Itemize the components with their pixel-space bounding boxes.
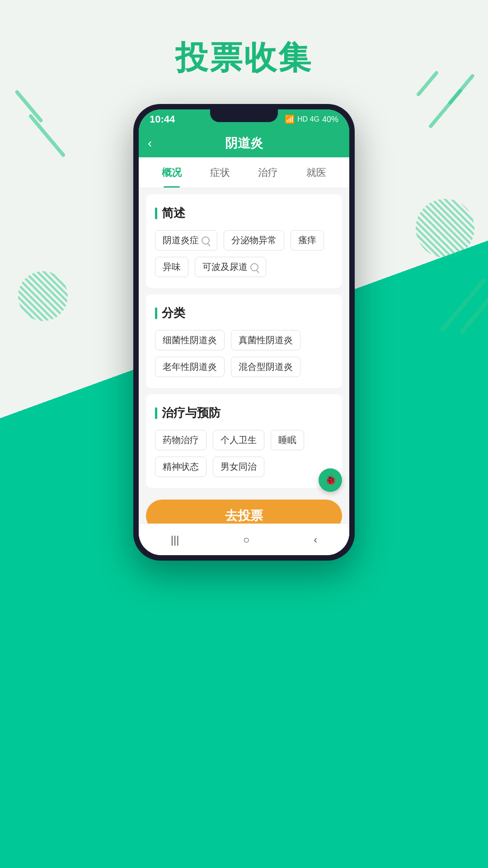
tab-visit[interactable]: 就医 [292,157,341,188]
section-fenlei: 分类 细菌性阴道炎 真菌性阴道炎 老年性阴道炎 混合型阴道炎 [146,294,342,388]
status-icons: 📶 HD 4G 40% [285,114,338,124]
section-jianshu-title: 简述 [155,205,333,221]
tag-nannv[interactable]: 男女同治 [213,457,264,477]
bottom-nav-home[interactable]: ○ [243,533,250,546]
phone-frame: 10:44 📶 HD 4G 40% ‹ 阴道炎 概况 症状 [133,104,355,561]
section-fenlei-tags: 细菌性阴道炎 真菌性阴道炎 老年性阴道炎 混合型阴道炎 [155,330,333,377]
section-fenlei-title: 分类 [155,305,333,321]
page-title: 投票收集 [175,36,313,80]
tag-xijun[interactable]: 细菌性阴道炎 [155,330,225,350]
tag-saoyang[interactable]: 瘙痒 [291,230,324,250]
tag-hunhe[interactable]: 混合型阴道炎 [231,357,300,377]
tag-shuimian[interactable]: 睡眠 [271,430,304,450]
float-icon: 🐞 [324,474,337,486]
tag-yindaoyanzheng[interactable]: 阴道炎症 [155,230,217,250]
battery-icon: 40% [322,115,338,124]
tag-niudao[interactable]: 可波及尿道 [195,257,266,277]
back-button[interactable]: ‹ [148,136,152,151]
phone-notch [210,109,278,122]
search-icon [202,236,210,245]
status-time: 10:44 [150,113,175,125]
bottom-nav-back[interactable]: ||| [171,533,179,546]
tag-jingshen[interactable]: 精神状态 [155,457,206,477]
nav-bar: ‹ 阴道炎 [139,129,349,157]
tag-zhenjun[interactable]: 真菌性阴道炎 [231,330,300,350]
tab-symptoms[interactable]: 症状 [196,157,244,188]
bottom-nav-bar: ||| ○ ‹ [139,524,349,555]
content-area: 简述 阴道炎症 分泌物异常 瘙痒 [139,188,349,524]
section-jianshu: 简述 阴道炎症 分泌物异常 瘙痒 [146,194,342,288]
section-zhiliao-title: 治疗与预防 [155,405,333,421]
tag-laonian[interactable]: 老年性阴道炎 [155,357,225,377]
wifi-icon: 📶 [285,114,295,124]
vote-btn-container: 去投票 [139,494,349,524]
phone-screen: 10:44 📶 HD 4G 40% ‹ 阴道炎 概况 症状 [139,109,349,555]
section-jianshu-tags: 阴道炎症 分泌物异常 瘙痒 异味 可波及尿道 [155,230,333,277]
tab-overview[interactable]: 概况 [148,157,196,188]
tag-fenmiyu[interactable]: 分泌物异常 [224,230,284,250]
section-zhiliao-tags: 药物治疗 个人卫生 睡眠 精神状态 男女同治 [155,430,333,477]
vote-button[interactable]: 去投票 [146,500,342,524]
search-icon [250,263,258,271]
tag-yiwei[interactable]: 异味 [155,257,188,277]
tab-bar: 概况 症状 治疗 就医 [139,157,349,188]
tag-yaowu[interactable]: 药物治疗 [155,430,206,450]
nav-title: 阴道炎 [225,135,263,152]
section-zhiliao: 治疗与预防 药物治疗 个人卫生 睡眠 精神状态 [146,394,342,488]
tag-weisheng[interactable]: 个人卫生 [213,430,264,450]
tab-treatment[interactable]: 治疗 [244,157,292,188]
float-action-button[interactable]: 🐞 [319,468,342,492]
bottom-nav-recents[interactable]: ‹ [314,533,317,546]
signal-icon: HD 4G [297,115,319,123]
